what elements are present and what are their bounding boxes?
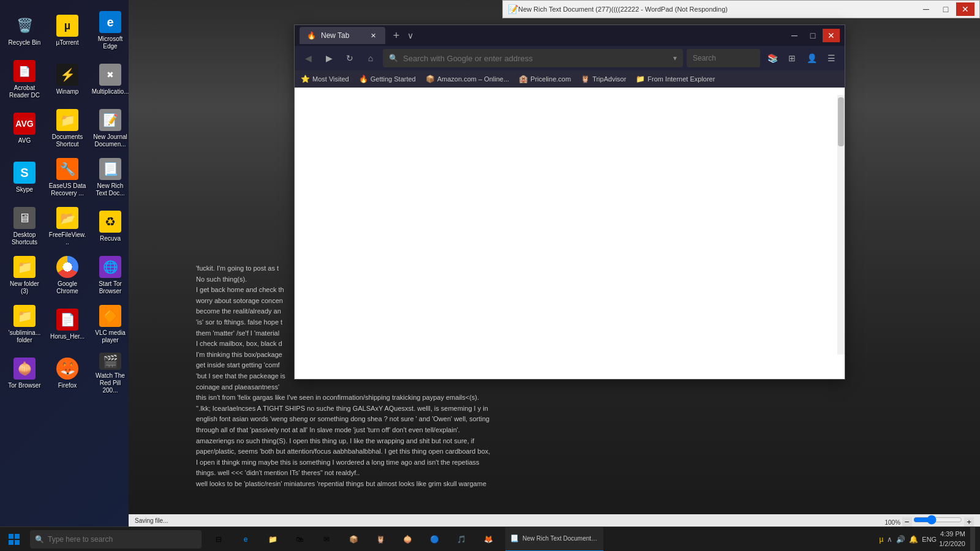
- tray-network-icon[interactable]: 🔊: [896, 535, 905, 544]
- firefox-address-dropdown-icon[interactable]: ▾: [673, 54, 677, 62]
- tray-language-icon[interactable]: ENG: [922, 536, 937, 543]
- desktop-icon-new-folder[interactable]: 📁 New folder (3): [3, 251, 46, 300]
- taskbar-app-wordpad[interactable]: 📃 New Rich Text Document (277)((((222...: [505, 527, 603, 552]
- desktop-icon-acrobat[interactable]: 📄 Acrobat Reader DC: [3, 55, 46, 104]
- firefox-tab-close-button[interactable]: ✕: [368, 31, 378, 40]
- desktop-icon-watch-red-pill[interactable]: 🎬 Watch The Red Pill 200...: [89, 349, 132, 398]
- firefox-tab-newtab[interactable]: 🔥 New Tab ✕: [300, 27, 385, 44]
- firefox-address-input[interactable]: [403, 54, 668, 63]
- firefox-search-input[interactable]: [693, 54, 736, 62]
- desktop-icon-firefox[interactable]: 🦊 Firefox: [46, 349, 89, 398]
- tray-clock[interactable]: 4:39 PM 1/2/2020: [939, 530, 965, 549]
- taskbar-store-icon[interactable]: 🛍: [287, 527, 312, 552]
- desktop-icon-ms-edge[interactable]: e Microsoft Edge: [89, 6, 132, 55]
- firefox-forward-button[interactable]: ▶: [320, 50, 337, 67]
- wordpad-close-button[interactable]: ✕: [956, 2, 974, 16]
- zoom-out-button[interactable]: −: [902, 517, 912, 527]
- amazon-taskbar-icon: 📦: [349, 535, 358, 544]
- firefox-bookmark-amazon[interactable]: 📦 Amazon.com – Online...: [426, 75, 509, 83]
- desktop-icon-documents-shortcut[interactable]: 📁 Documents Shortcut: [46, 104, 89, 153]
- firefox-back-button[interactable]: ◀: [300, 50, 317, 67]
- desktop-icon-avg[interactable]: AVG AVG: [3, 104, 46, 153]
- taskbar-amazon-icon[interactable]: 📦: [341, 527, 366, 552]
- desktop-icon-start-tor-browser[interactable]: 🌐 Start Tor Browser: [89, 251, 132, 300]
- firefox-scrollbar-thumb[interactable]: [838, 97, 844, 146]
- firefox-search-bar[interactable]: [687, 49, 760, 67]
- desktop-icon-subliminal[interactable]: 📁 'sublimina... folder: [3, 300, 46, 349]
- firefox-new-tab-button[interactable]: +: [388, 27, 405, 44]
- firefox-tab-overflow-button[interactable]: ∨: [407, 31, 413, 40]
- taskbar-extra-icon-2[interactable]: 🎵: [449, 527, 473, 552]
- firefox-toolbar-icons: 📚 ⊞ 👤 ☰: [764, 50, 840, 67]
- taskbar-explorer-icon[interactable]: 📁: [260, 527, 285, 552]
- taskbar-task-view-button[interactable]: ⊟: [206, 527, 231, 552]
- taskbar-extra-icon-1[interactable]: 🔵: [422, 527, 447, 552]
- desktop-icon-new-journal[interactable]: 📝 New Journal Documen...: [89, 104, 132, 153]
- desktop-icon-vlc[interactable]: 🔶 VLC media player: [89, 300, 132, 349]
- firefox-address-bar[interactable]: 🔍 ▾: [383, 49, 683, 67]
- google-chrome-icon: [56, 256, 78, 278]
- desktop-shortcuts-icon: 🖥: [13, 207, 36, 229]
- firefox-restore-button[interactable]: □: [804, 29, 821, 42]
- wordpad-icon: 📝: [508, 4, 518, 14]
- utorrent-label: µTorrent: [56, 39, 79, 47]
- taskbar-tripadvisor-icon[interactable]: 🦉: [368, 527, 393, 552]
- firefox-window: 🔥 New Tab ✕ + ∨ ─ □ ✕ ◀ ▶ ↻ ⌂ 🔍 ▾: [294, 24, 845, 380]
- start-button[interactable]: [0, 527, 28, 552]
- firefox-bookmark-gettingstarted[interactable]: 🔥 Getting Started: [359, 75, 416, 83]
- wordpad-maximize-button[interactable]: □: [937, 2, 955, 16]
- tray-utorrent-icon[interactable]: µ: [879, 535, 883, 544]
- firefox-bookmark-priceline[interactable]: 🏨 Priceline.com: [519, 75, 571, 83]
- firefox-minimize-button[interactable]: ─: [786, 29, 803, 42]
- desktop-icon-easeus[interactable]: 🔧 EaseUS Data Recovery ...: [46, 153, 89, 202]
- desktop-icon-recuva[interactable]: ♻ Recuva: [89, 202, 132, 251]
- zoom-in-button[interactable]: +: [964, 517, 974, 527]
- firefox-refresh-button[interactable]: ↻: [341, 50, 358, 67]
- desktop-icon-new-rich-text[interactable]: 📃 New Rich Text Doc...: [89, 153, 132, 202]
- tray-volume-icon[interactable]: 🔔: [909, 535, 918, 544]
- wordpad-title: New Rich Text Document (277)((((22222 - …: [518, 6, 917, 13]
- ms-edge-label: Microsoft Edge: [91, 36, 129, 50]
- easeus-label: EaseUS Data Recovery ...: [48, 182, 86, 197]
- taskbar-search-box[interactable]: 🔍: [30, 530, 202, 549]
- desktop-icon-skype[interactable]: S Skype: [3, 153, 46, 202]
- firefox-bookmark-tripadvisor[interactable]: 🦉 TripAdvisor: [581, 75, 626, 83]
- horus-icon: 📄: [56, 309, 78, 331]
- firefox-close-button[interactable]: ✕: [823, 29, 840, 42]
- firefox-bookmark-fromie[interactable]: 📁 From Internet Explorer: [636, 75, 715, 83]
- taskbar-search-input[interactable]: [48, 535, 197, 544]
- firefox-split-view-icon[interactable]: ⊞: [783, 50, 801, 67]
- documents-shortcut-icon: 📁: [56, 109, 78, 131]
- avg-icon: AVG: [13, 113, 36, 135]
- subliminal-icon: 📁: [13, 305, 36, 327]
- desktop-icon-freefileview[interactable]: 📂 FreeFileView...: [46, 202, 89, 251]
- desktop-icon-recycle-bin[interactable]: 🗑️ Recycle Bin: [3, 6, 46, 55]
- desktop-icon-horus[interactable]: 📄 Horus_Her...: [46, 300, 89, 349]
- taskbar-tor-icon[interactable]: 🧅: [395, 527, 420, 552]
- desktop-icon-utorrent[interactable]: µ µTorrent: [46, 6, 89, 55]
- desktop-icon-multiplication[interactable]: ✖ Multiplicatio...: [89, 55, 132, 104]
- firefox-taskbar-icon: 🦊: [484, 535, 493, 544]
- taskbar-firefox-taskbar-icon[interactable]: 🦊: [476, 527, 500, 552]
- firefox-menu-button[interactable]: ☰: [823, 50, 840, 67]
- wordpad-minimize-button[interactable]: ─: [917, 2, 935, 16]
- freefileview-icon: 📂: [56, 207, 78, 229]
- firefox-scrollbar[interactable]: [837, 95, 845, 354]
- zoom-slider[interactable]: [913, 515, 962, 525]
- firefox-address-search-icon: 🔍: [389, 54, 398, 62]
- firefox-home-button[interactable]: ⌂: [362, 50, 379, 67]
- tray-show-hidden-button[interactable]: ∧: [887, 535, 892, 544]
- firefox-account-icon[interactable]: 👤: [803, 50, 820, 67]
- taskbar-edge-icon[interactable]: e: [233, 527, 258, 552]
- taskbar-mail-icon[interactable]: ✉: [314, 527, 339, 552]
- tray-time-display: 4:39 PM: [939, 530, 965, 539]
- start-tor-browser-icon: 🌐: [99, 256, 121, 278]
- taskbar-running-apps: 📃 New Rich Text Document (277)((((222...: [505, 527, 874, 552]
- show-desktop-button[interactable]: [970, 527, 975, 552]
- firefox-bookmarks-icon[interactable]: 📚: [764, 50, 781, 67]
- desktop-icon-desktop-shortcuts[interactable]: 🖥 Desktop Shortcuts: [3, 202, 46, 251]
- desktop-icon-google-chrome[interactable]: Google Chrome: [46, 251, 89, 300]
- desktop-icon-winamp[interactable]: ⚡ Winamp: [46, 55, 89, 104]
- desktop-icon-tor-browser[interactable]: 🧅 Tor Browser: [3, 349, 46, 398]
- firefox-bookmark-mostvisited[interactable]: ⭐ Most Visited: [301, 75, 349, 83]
